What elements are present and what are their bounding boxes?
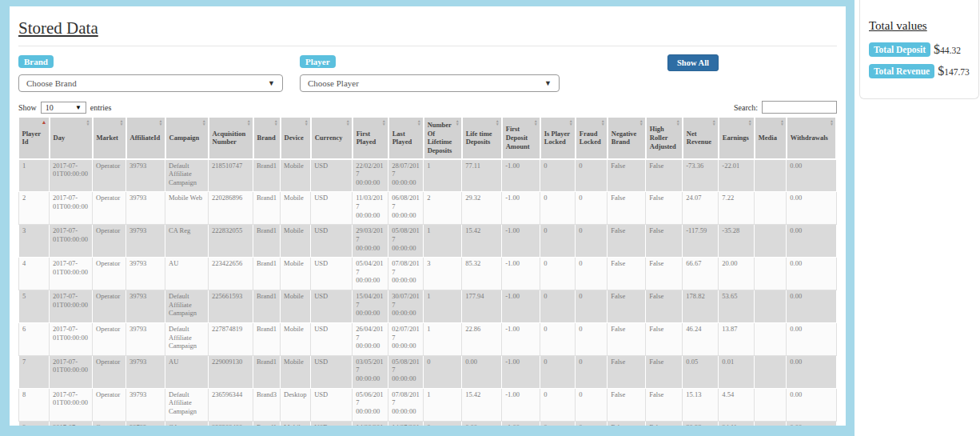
table-cell: 218510747: [209, 159, 253, 192]
table-cell: -1.00: [502, 258, 540, 290]
table-cell: USD: [311, 258, 353, 290]
table-cell: False: [646, 322, 683, 355]
table-cell: False: [646, 421, 683, 426]
table-cell: 80.38: [683, 421, 719, 426]
column-header-last-played[interactable]: Last Played▲▼: [388, 118, 424, 159]
table-cell: Operator: [93, 192, 126, 225]
column-header-number-of-lifetime-deposits[interactable]: Number Of Lifetime Deposits▲▼: [424, 118, 462, 159]
table-cell: Brand1: [253, 355, 281, 388]
column-header-life-time-deposits[interactable]: Life time Deposits▲▼: [462, 118, 502, 159]
table-cell: 177.94: [462, 290, 502, 323]
column-header-media[interactable]: Media▲▼: [755, 118, 787, 159]
table-cell: -1.00: [502, 421, 540, 426]
table-cell: 0: [576, 258, 608, 290]
column-header-label: First Deposit Amount: [506, 125, 530, 150]
table-cell: 0.00: [787, 192, 836, 225]
table-cell: 13.87: [719, 322, 755, 355]
table-cell: False: [608, 258, 646, 290]
table-cell: 2017-07-01T00:00:00: [50, 290, 93, 323]
table-cell: -22.01: [719, 159, 755, 192]
table-cell: AU: [165, 355, 209, 388]
table-cell: [755, 258, 787, 290]
sort-both-icon: ▲▼: [676, 120, 680, 126]
table-cell: False: [646, 388, 683, 421]
column-header-player-id[interactable]: Player Id▲: [19, 118, 50, 159]
table-cell: 39793: [126, 388, 165, 421]
table-cell: -35.28: [719, 225, 755, 258]
column-header-label: Life time Deposits: [466, 130, 492, 146]
table-cell: Default Affiliate Campaign: [165, 322, 209, 355]
table-cell: 15.42: [462, 225, 502, 258]
stored-data-panel: Stored Data Brand Choose Brand ▼ Player …: [10, 6, 846, 426]
column-header-label: First Played: [357, 130, 376, 146]
table-cell: Brand1: [253, 258, 281, 290]
column-header-withdrawals[interactable]: Withdrawals▲▼: [787, 118, 836, 159]
table-cell: 178.82: [683, 290, 719, 323]
column-header-brand[interactable]: Brand▲▼: [253, 118, 281, 159]
column-header-device[interactable]: Device▲▼: [281, 118, 311, 159]
table-cell: 5: [19, 290, 50, 323]
sort-both-icon: ▲▼: [86, 120, 90, 126]
column-header-market[interactable]: Market▲▼: [93, 118, 126, 159]
column-header-fraud-locked[interactable]: Fraud Locked▲▼: [576, 118, 608, 159]
column-header-negative-brand[interactable]: Negative Brand▲▼: [608, 118, 646, 159]
table-cell: 39793: [126, 322, 165, 355]
column-header-earnings[interactable]: Earnings▲▼: [719, 118, 755, 159]
table-cell: 46.24: [683, 322, 719, 355]
column-header-affiliateid[interactable]: AffiliateId▲▼: [126, 118, 165, 159]
table-cell: 30/07/2017 00:00:00: [388, 290, 424, 323]
show-all-button[interactable]: Show All: [667, 54, 719, 71]
table-cell: Operator: [93, 290, 126, 323]
total-revenue-label: Total Revenue: [869, 64, 934, 78]
table-cell: 15.13: [683, 388, 719, 421]
table-cell: USD: [311, 192, 353, 225]
column-header-campaign[interactable]: Campaign▲▼: [165, 118, 209, 159]
table-cell: False: [646, 159, 683, 192]
sort-both-icon: ▲▼: [639, 120, 643, 126]
column-header-first-deposit-amount[interactable]: First Deposit Amount▲▼: [502, 118, 540, 159]
column-header-label: Media: [759, 134, 777, 142]
table-cell: -1.00: [502, 355, 540, 388]
table-cell: False: [646, 192, 683, 225]
search-label: Search:: [734, 103, 758, 112]
table-cell: 0.00: [787, 322, 836, 355]
table-cell: 05/08/2017 00:00:00: [388, 355, 424, 388]
column-header-high-roller-adjusted[interactable]: High Roller Adjusted▲▼: [646, 118, 683, 159]
sort-both-icon: ▲▼: [120, 120, 124, 126]
filters-row: Brand Choose Brand ▼ Player Choose Playe…: [18, 54, 837, 92]
entries-select[interactable]: 10 ▼: [41, 102, 86, 114]
column-header-label: Brand: [257, 134, 276, 142]
table-cell: [755, 290, 787, 323]
table-cell: False: [646, 355, 683, 388]
table-cell: 0.00: [787, 225, 836, 258]
table-cell: Brand1: [253, 421, 281, 426]
table-row: 72017-07-01T00:00:00Operator39793AU22900…: [19, 355, 837, 388]
table-cell: 0: [540, 322, 576, 355]
table-cell: 15/04/2017 00:00:00: [353, 290, 388, 323]
table-cell: Operator: [93, 225, 126, 258]
column-header-currency[interactable]: Currency▲▼: [311, 118, 353, 159]
player-select[interactable]: Choose Player ▼: [300, 74, 560, 92]
controls-row: Show 10 ▼ entries Search:: [18, 101, 837, 114]
table-cell: Mobile: [281, 192, 311, 225]
table-cell: False: [608, 322, 646, 355]
table-cell: 0: [540, 290, 576, 323]
player-select-value: Choose Player: [308, 78, 359, 88]
table-cell: 0: [540, 388, 576, 421]
column-header-acquisition-number[interactable]: Acquisition Number▲▼: [209, 118, 253, 159]
brand-select[interactable]: Choose Brand ▼: [18, 74, 283, 92]
sort-ascending-icon: ▲: [42, 120, 47, 126]
column-header-day[interactable]: Day▲▼: [50, 118, 93, 159]
column-header-label: Negative Brand: [612, 130, 637, 146]
table-cell: 222832055: [209, 225, 253, 258]
column-header-first-played[interactable]: First Played▲▼: [353, 118, 388, 159]
table-cell: 2017-07-01T00:00:00: [50, 192, 93, 225]
search-input[interactable]: [762, 101, 837, 114]
search-control: Search:: [734, 101, 837, 114]
sort-both-icon: ▲▼: [534, 120, 538, 126]
column-header-net-revenue[interactable]: Net Revenue▲▼: [683, 118, 719, 159]
table-cell: Mobile: [281, 159, 311, 192]
table-row: 42017-07-01T00:00:00Operator39793AU22342…: [19, 258, 837, 290]
total-deposit-label: Total Deposit: [869, 42, 930, 57]
column-header-is-player-locked[interactable]: Is Player Locked▲▼: [540, 118, 576, 159]
